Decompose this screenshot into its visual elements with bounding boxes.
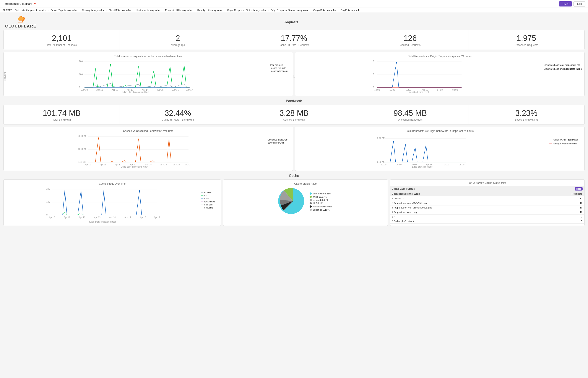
chart1-y-label: Requests — [4, 72, 6, 81]
filter-item-hostname[interactable]: Hostname is any value — [136, 9, 161, 12]
filter-item-useragent[interactable]: User Agent is any value — [197, 9, 223, 12]
svg-text:Apr 10: Apr 10 — [84, 163, 91, 166]
svg-text:Apr 14: Apr 14 — [109, 216, 116, 219]
requests-line-chart: 200 100 0 — [6, 60, 265, 90]
bandwidth-chart2-legend: Average Origin Bandwidth Average Total B… — [549, 134, 582, 168]
svg-text:Apr 13: Apr 13 — [94, 216, 100, 219]
heart-icon: ♥ — [34, 2, 36, 5]
svg-text:100: 100 — [46, 201, 50, 203]
edit-button[interactable]: Edit — [574, 1, 585, 6]
requests-rps-chart: 0 0 0 12:00 — [298, 60, 539, 90]
svg-text:Apr 14: Apr 14 — [142, 89, 148, 91]
filter-item-country[interactable]: Country is any value — [82, 9, 104, 12]
table-status-label: Cache Cache Status — [392, 188, 415, 190]
bandwidth-charts-row: Cached vs Uncached Bandwidth Over Time 2… — [3, 127, 585, 171]
svg-text:08:00: 08:00 — [459, 163, 464, 166]
filter-item-origin-status[interactable]: Origin Response Status is any value — [227, 9, 266, 12]
cache-chart1-x-label: Edge Start Timestamp Hour — [6, 221, 199, 223]
svg-text:20.00 MB: 20.00 MB — [78, 135, 87, 137]
uri-cell: 2/apple-touch-icon-152x152.png — [390, 201, 526, 205]
svg-text:Apr 17: Apr 17 — [186, 89, 193, 91]
svg-text:16:00: 16:00 — [390, 89, 395, 91]
bw-chart1-x-label: Edge Start Timestamp Hour — [6, 166, 262, 168]
col-header-uri: Client Request URI Wrap — [390, 191, 526, 196]
requests-cell: 10 — [526, 205, 584, 210]
filter-item-clientip[interactable]: Client IP is any value — [109, 9, 132, 12]
stat-avg-rps: 2 Average rps — [120, 30, 236, 50]
table-row: 3/apple-touch-icon-precomposed.png10 — [390, 205, 584, 210]
stat-uncached-bw: 98.45 MB Uncached Bandwidth — [352, 105, 468, 124]
main-content: CLOUDFLARE Requests 2,101 Total Number o… — [0, 13, 588, 229]
top-bar-actions: RUN Edit — [559, 1, 585, 6]
requests-stats-row: 2,101 Total Number of Requests 2 Average… — [3, 30, 585, 50]
chart1-x-label: Edge Start Timestamp Hour — [6, 91, 265, 93]
bandwidth-section-title: Bandwidth — [3, 99, 585, 103]
cache-chart-1: Cache status over time 200 100 0 — [3, 179, 221, 226]
requests-cell: 7 — [526, 219, 584, 224]
svg-text:Apr 11: Apr 11 — [97, 89, 103, 91]
table-row: 5/7 — [390, 215, 584, 219]
requests-cell: 10 — [526, 210, 584, 215]
filter-item-device[interactable]: Device Type is any value — [51, 9, 78, 12]
filter-item-rayid[interactable]: RayID is any valu... — [341, 9, 362, 12]
filter-item-uri[interactable]: Request URI is any value — [165, 9, 193, 12]
svg-text:04:00: 04:00 — [444, 163, 449, 166]
cloudflare-logo: CLOUDFLARE — [3, 15, 36, 28]
filter-item-originip[interactable]: Origin IP is any value — [313, 9, 337, 12]
svg-text:Apr 17: Apr 17 — [154, 216, 160, 219]
requests-chart-1: Total number of requests vs cached vs un… — [3, 52, 293, 96]
svg-text:Apr 17: Apr 17 — [185, 163, 192, 166]
requests-chart2-legend: Cloudflare Logs total requests in rps Cl… — [540, 60, 582, 93]
stat-total-bandwidth: 101.74 MB Total Bandwidth — [4, 105, 120, 124]
filters-bar: FILTERS Date is in the past 7 months · D… — [0, 8, 588, 13]
svg-text:Apr 15: Apr 15 — [160, 163, 167, 166]
cache-pie-panel: Cache Status Ratio — [223, 179, 388, 226]
filter-item-edge-status[interactable]: Edge Response Status is any value — [271, 9, 309, 12]
svg-text:08:00: 08:00 — [452, 89, 458, 91]
table-row: 6/index.php/contact/7 — [390, 219, 584, 224]
miss-badge: miss — [575, 187, 583, 190]
svg-text:Apr 15: Apr 15 — [124, 216, 131, 219]
stat-cache-hit-rate: 17.77% Cache Hit Rate - Requests — [236, 30, 352, 50]
stat-total-requests: 2,101 Total Number of Requests — [4, 30, 120, 50]
run-button[interactable]: RUN — [559, 1, 572, 6]
cache-status-chart: 200 100 0 — [6, 187, 199, 219]
bandwidth-mbps-chart: 0.10 MB 0.00 MB 12:00 16:00 20:00 Apr 16 — [298, 134, 547, 164]
table-row: 4/apple-touch-icon.png10 — [390, 210, 584, 215]
cache-table-panel: Top URIs with Cache Status Miss Cache Ca… — [390, 179, 585, 226]
uri-cell: 5/ — [390, 215, 526, 219]
stat-cache-hit-rate-bw: 32.44% Cache Hit Rate - Bandwidth — [120, 105, 236, 124]
pie-legend: unknown 66.25% miss 16.37% expired 6.43%… — [310, 192, 332, 212]
svg-text:Apr 12: Apr 12 — [112, 89, 118, 91]
table-row: 2/apple-touch-icon-152x152.png10 — [390, 201, 584, 205]
svg-point-0 — [17, 22, 23, 23]
bw-chart2-x-label: Edge Start Time (15s) — [298, 166, 547, 168]
table-row: 1/robots.txt12 — [390, 196, 584, 201]
cloudflare-wordmark: CLOUDFLARE — [5, 24, 36, 28]
svg-text:16:00: 16:00 — [396, 163, 402, 166]
svg-text:0: 0 — [373, 73, 374, 76]
svg-text:Apr 11: Apr 11 — [100, 163, 106, 166]
requests-chart-2: Total Requests vs. Origin Requests in rp… — [295, 52, 585, 96]
requests-cell: 7 — [526, 215, 584, 219]
filter-item-date[interactable]: Date is in the past 7 months — [15, 9, 46, 12]
svg-text:200: 200 — [46, 188, 50, 190]
svg-text:12:00: 12:00 — [374, 89, 380, 91]
bandwidth-chart1-legend: Uncached Bandwidth Saved Bandwidth — [264, 134, 290, 168]
cache-section: Cache Cache status over time 200 100 0 — [3, 174, 585, 226]
svg-text:100: 100 — [79, 73, 83, 76]
svg-text:Apr 12: Apr 12 — [79, 216, 85, 219]
svg-text:Apr 12: Apr 12 — [115, 163, 121, 166]
stat-saved-bw: 3.23% Saved Bandwidth % — [468, 105, 584, 124]
cache-content-row: Cache status over time 200 100 0 — [3, 179, 585, 226]
svg-text:Apr 15: Apr 15 — [157, 89, 164, 91]
svg-text:0: 0 — [79, 86, 80, 89]
cf-flame-icon — [15, 15, 27, 24]
svg-text:Apr 13: Apr 13 — [127, 89, 133, 91]
bandwidth-line-chart: 20.00 MB 10.00 MB 0.00 MB Apr 10 Apr 11 — [6, 134, 262, 164]
requests-charts-row: Total number of requests vs cached vs un… — [3, 52, 585, 96]
requests-chart1-legend: Total requests Cached requests Uncached … — [266, 60, 290, 93]
svg-text:Apr 10: Apr 10 — [81, 89, 88, 91]
svg-text:200: 200 — [79, 60, 83, 63]
svg-text:0: 0 — [373, 86, 374, 89]
